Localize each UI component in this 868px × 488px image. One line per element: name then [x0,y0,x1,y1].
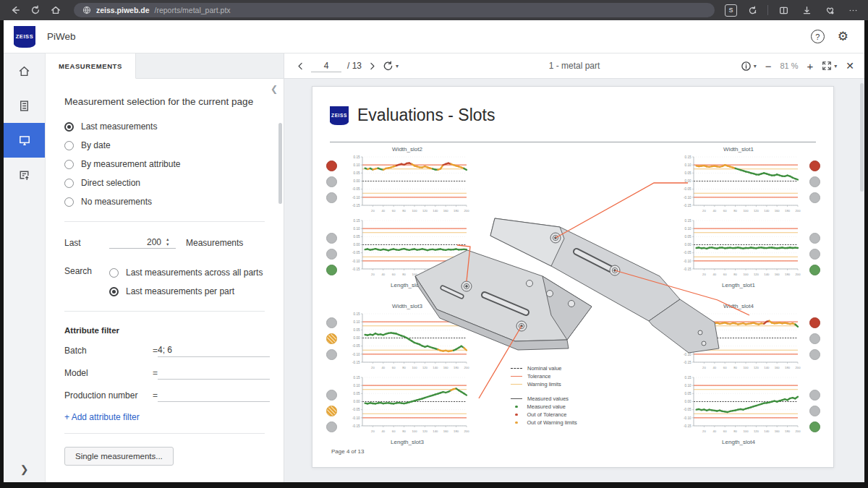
svg-text:-0.10: -0.10 [352,196,360,200]
split-screen-icon[interactable] [775,2,791,18]
zoom-out-button[interactable]: − [765,60,772,72]
svg-text:100: 100 [412,273,418,276]
sync-icon[interactable] [744,2,760,18]
svg-text:0.10: 0.10 [354,163,360,167]
svg-text:-0.05: -0.05 [684,187,692,191]
download-icon[interactable] [799,2,814,18]
legend-item: Measured values [511,395,577,403]
status-dot-orange [326,333,337,344]
radio-icon[interactable] [64,179,74,188]
svg-text:0.15: 0.15 [685,376,692,380]
svg-text:-0.10: -0.10 [684,260,692,263]
refresh-icon[interactable]: ▾ [383,61,399,72]
measurement-selection-option[interactable]: By date [64,136,265,155]
svg-text:120: 120 [754,209,760,213]
divider [767,5,768,15]
chart-pair: Width_slot30.150.100.050.00-0.05-0.10-0.… [343,303,472,448]
rail-publish-icon[interactable] [4,158,45,192]
fit-screen-icon[interactable]: ▾ [822,61,837,71]
tab-measurements[interactable]: MEASUREMENTS [46,53,136,79]
svg-text:200: 200 [464,429,470,433]
filter-value-input[interactable] [158,388,270,402]
svg-text:160: 160 [443,273,449,276]
svg-text:80: 80 [733,209,737,213]
report-page: ZEISS Evaluations - Slots Width_slot20.1… [312,86,834,468]
panel-collapse-chevron-icon[interactable]: ❮ [271,84,278,94]
favorites-icon[interactable] [822,2,838,18]
svg-text:160: 160 [443,429,449,433]
svg-text:0.00: 0.00 [685,179,692,183]
report-zeiss-logo: ZEISS [330,106,349,125]
next-page-icon[interactable] [367,61,377,71]
svg-text:0.05: 0.05 [354,328,360,332]
canvas-scrollbar[interactable] [860,83,864,192]
attribute-filter-row: Production number= [64,388,265,402]
svg-text:120: 120 [422,209,428,213]
legend-label: Tolerance [527,373,551,380]
page-number-input[interactable] [311,60,341,72]
svg-text:40: 40 [381,366,385,369]
svg-text:-0.10: -0.10 [352,416,360,420]
radio-label: Last measurements [81,121,157,132]
radio-icon[interactable] [64,160,74,169]
help-icon[interactable]: ? [811,30,825,43]
add-attribute-filter-link[interactable]: + Add attribute filter [64,412,140,422]
measurement-selection-option[interactable]: Direct selection [64,174,265,192]
search-scope-option[interactable]: Last measurements per part [109,282,263,301]
svg-text:0.10: 0.10 [685,384,692,388]
svg-text:0.00: 0.00 [685,243,692,247]
home-icon[interactable] [48,2,64,18]
screen: zeiss.piweb.de/reports/metal_part.ptx S … [0,0,868,488]
status-dot-gray [326,421,337,432]
rail-reports-icon[interactable] [4,88,45,123]
info-icon[interactable]: ▾ [741,61,757,72]
panel-tabbar: MEASUREMENTS [46,53,284,79]
svg-text:20: 20 [702,273,706,276]
zoom-in-button[interactable]: + [807,60,813,72]
traffic-light-length_slot1 [806,218,823,290]
radio-icon[interactable] [64,141,74,150]
settings-gear-icon[interactable]: ⚙ [838,30,848,43]
measurement-selection-option[interactable]: No measurements [64,192,265,211]
more-menu-icon[interactable] [845,2,861,18]
back-icon[interactable] [7,2,23,18]
spinner-icon[interactable]: ▲▼ [163,237,171,248]
panel-scrollbar[interactable] [278,123,282,204]
radio-icon[interactable] [64,197,74,207]
radio-icon[interactable] [64,122,74,132]
measurement-selection-option[interactable]: By measurement attribute [64,155,265,174]
svg-text:-0.15: -0.15 [352,267,360,271]
svg-text:20: 20 [371,273,375,276]
report-viewer: / 13 ▾ 1 - metal part ▾ − 81 % + ▾ ✕ [284,53,864,482]
prev-page-icon[interactable] [296,61,305,71]
rail-home-icon[interactable] [4,53,45,88]
address-bar[interactable]: zeiss.piweb.de/reports/metal_part.ptx [74,3,715,17]
svg-text:100: 100 [744,209,749,213]
single-measurements-button[interactable]: Single measurements... [64,447,174,466]
measurement-selection-option[interactable]: Last measurements [64,117,265,136]
radio-icon[interactable] [109,268,119,278]
rail-monitor-icon[interactable] [4,123,45,158]
rail-expand-chevron-icon[interactable]: ❯ [4,463,45,475]
browser-chrome: zeiss.piweb.de/reports/metal_part.ptx S [0,0,868,20]
divider [64,433,265,434]
reload-icon[interactable] [27,2,43,18]
radio-icon[interactable] [109,287,119,296]
svg-text:0.15: 0.15 [685,219,692,223]
svg-text:0.15: 0.15 [354,155,360,159]
search-scope-option[interactable]: Last measurements across all parts [109,263,263,282]
filter-value-input[interactable] [158,366,270,380]
extension-badge-icon[interactable]: S [725,4,737,17]
svg-text:200: 200 [796,366,801,369]
legend-item: Measured value [511,403,577,411]
filter-value-input[interactable] [158,343,270,357]
close-report-icon[interactable]: ✕ [846,60,854,72]
svg-text:140: 140 [433,273,438,276]
last-count-input[interactable] [109,236,163,248]
globe-icon [82,6,91,14]
svg-text:200: 200 [796,429,801,433]
svg-text:-0.05: -0.05 [684,251,692,254]
svg-text:0.10: 0.10 [354,320,360,324]
header-rule [330,142,816,142]
svg-text:80: 80 [402,366,406,369]
